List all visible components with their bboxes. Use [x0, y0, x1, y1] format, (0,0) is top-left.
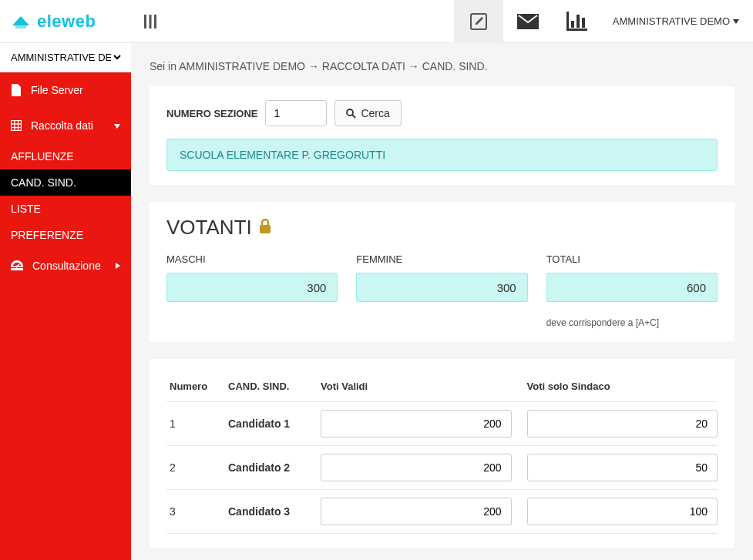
menu-icon [143, 15, 158, 29]
dashboard-icon [11, 260, 23, 271]
chevron-right-icon [116, 261, 120, 270]
svg-line-20 [352, 115, 355, 118]
sidebar-item-label: File Server [31, 84, 83, 96]
edit-nav-button[interactable] [454, 0, 503, 43]
row-number: 2 [166, 461, 228, 474]
sidebar-sub-label: LISTE [11, 203, 41, 215]
row-number: 3 [166, 505, 228, 518]
section-number-label: NUMERO SEZIONE [166, 108, 257, 119]
svg-rect-3 [154, 15, 156, 29]
sidebar-sub-label: PREFERENZE [11, 229, 83, 241]
voti-sindaco-input[interactable] [527, 454, 718, 481]
sidebar-project-select[interactable]: AMMINISTRATIVE DEMO [0, 43, 131, 72]
sidebar-sub-label: AFFLUENZE [11, 150, 74, 163]
sidebar: AMMINISTRATIVE DEMO File Server Raccolta… [0, 43, 131, 560]
file-icon [11, 84, 22, 96]
voti-validi-input[interactable] [321, 498, 512, 525]
chart-nav-button[interactable] [553, 0, 602, 43]
svg-rect-21 [260, 225, 271, 233]
sidebar-sub-preferenze[interactable]: PREFERENZE [0, 222, 131, 248]
sidebar-item-label: Consultazione [32, 260, 101, 272]
votanti-panel: VOTANTI MASCHI 300 FEMMINE 300 [150, 202, 735, 342]
sidebar-sub-cand-sind[interactable]: CAND. SIND. [0, 169, 131, 196]
totali-value: 600 [546, 273, 718, 302]
candidates-panel: Numero CAND. SIND. Voti Validi Voti solo… [150, 359, 735, 548]
section-number-input[interactable] [265, 100, 327, 126]
mail-icon [516, 13, 540, 30]
svg-rect-2 [150, 15, 152, 29]
svg-point-19 [347, 109, 353, 116]
logo-text: eleweb [37, 12, 96, 32]
voti-sindaco-input[interactable] [527, 410, 718, 438]
svg-rect-6 [566, 12, 569, 30]
table-row: 3 Candidato 3 [166, 490, 718, 534]
edit-icon [469, 12, 489, 32]
user-label: AMMINISTRATIVE DEMO [613, 15, 730, 27]
grid-icon [11, 120, 22, 131]
svg-rect-7 [566, 29, 587, 31]
col-sind: Voti solo Sindaco [527, 381, 718, 392]
femmine-value: 300 [356, 273, 527, 302]
svg-rect-0 [15, 25, 26, 29]
sidebar-sub-liste[interactable]: LISTE [0, 196, 131, 222]
project-select-input[interactable]: AMMINISTRATIVE DEMO [8, 51, 123, 64]
row-number: 1 [166, 417, 228, 430]
totali-hint: deve corrispondere a [A+C] [546, 317, 718, 328]
mail-nav-button[interactable] [503, 0, 553, 43]
voti-validi-input[interactable] [321, 410, 512, 438]
logo[interactable]: eleweb [0, 12, 131, 32]
sidebar-sub-label: CAND. SIND. [11, 176, 76, 189]
search-panel: NUMERO SEZIONE Cerca SCUOLA ELEMENTARE P… [150, 86, 735, 185]
row-cand-name: Candidato 3 [228, 505, 321, 518]
chevron-down-icon [114, 121, 120, 130]
lock-icon [258, 216, 272, 240]
row-cand-name: Candidato 1 [228, 417, 321, 430]
topbar: eleweb AMMI [0, 0, 753, 43]
svg-rect-18 [11, 268, 23, 270]
svg-rect-1 [144, 15, 146, 29]
sidebar-item-raccolta-dati[interactable]: Raccolta dati [0, 108, 131, 143]
totali-label: TOTALI [546, 253, 718, 265]
table-row: 1 Candidato 1 [166, 402, 718, 446]
col-cand: CAND. SIND. [228, 381, 321, 392]
svg-rect-8 [571, 21, 574, 28]
table-row: 2 Candidato 2 [166, 446, 718, 490]
search-button[interactable]: Cerca [334, 100, 401, 126]
section-name-banner: SCUOLA ELEMENTARE P. GREGORUTTI [166, 139, 718, 171]
voti-validi-input[interactable] [321, 454, 512, 481]
breadcrumb: Sei in AMMINISTRATIVE DEMO → RACCOLTA DA… [150, 60, 735, 72]
sidebar-item-file-server[interactable]: File Server [0, 72, 131, 108]
col-voti: Voti Validi [321, 381, 527, 392]
sidebar-item-consultazione[interactable]: Consultazione [0, 248, 131, 283]
main-content: Sei in AMMINISTRATIVE DEMO → RACCOLTA DA… [131, 43, 753, 560]
logo-icon [11, 13, 31, 30]
svg-rect-10 [582, 18, 585, 28]
voti-sindaco-input[interactable] [527, 498, 718, 525]
cand-table-header: Numero CAND. SIND. Voti Validi Voti solo… [166, 373, 718, 402]
svg-rect-11 [12, 121, 22, 131]
bar-chart-icon [566, 12, 588, 32]
menu-toggle-button[interactable] [131, 0, 170, 43]
row-cand-name: Candidato 2 [228, 461, 321, 474]
sidebar-sub-affluenze[interactable]: AFFLUENZE [0, 143, 131, 169]
maschi-label: MASCHI [166, 253, 338, 265]
svg-rect-9 [577, 15, 580, 28]
user-menu[interactable]: AMMINISTRATIVE DEMO [602, 0, 753, 43]
col-numero: Numero [166, 381, 228, 392]
search-icon [346, 109, 356, 119]
maschi-value: 300 [166, 273, 338, 302]
votanti-title: VOTANTI [166, 216, 718, 240]
sidebar-item-label: Raccolta dati [31, 119, 93, 132]
caret-down-icon [733, 19, 739, 24]
femmine-label: FEMMINE [356, 253, 527, 265]
